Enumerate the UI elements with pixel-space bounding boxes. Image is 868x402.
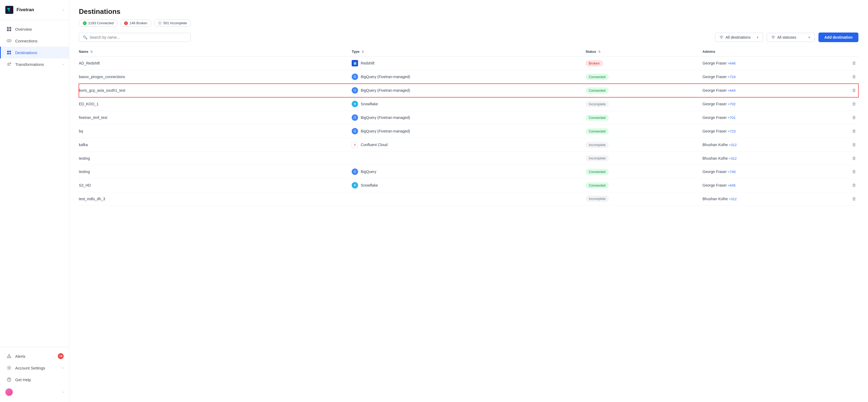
cell-type: G BigQuery (Fivetran-managed) — [352, 111, 586, 124]
table-row[interactable]: fivetran_timf_test G BigQuery (Fivetran-… — [79, 111, 859, 124]
badge-incomplete[interactable]: ✕ 501 Incomplete — [154, 20, 191, 27]
cell-status: Incomplete — [586, 97, 703, 111]
type-label: Snowflake — [361, 183, 378, 188]
cell-type: ▦ Redshift — [352, 57, 586, 70]
user-avatar — [5, 389, 13, 396]
sidebar-item-transformations[interactable]: Transformations › — [0, 58, 69, 70]
filter-destinations-label: All destinations — [725, 35, 750, 39]
connected-dot-icon: ✓ — [83, 21, 87, 25]
admin-count: +702 — [728, 102, 736, 106]
sidebar-item-connections[interactable]: Connections — [0, 35, 69, 47]
admin-name: Bhushan Kolhe — [703, 143, 729, 147]
sidebar-item-alerts[interactable]: Alerts 74 — [0, 350, 69, 362]
cell-action: 🗑 — [843, 84, 859, 97]
delete-icon[interactable]: 🗑 — [850, 182, 859, 189]
search-box[interactable]: 🔍 — [79, 33, 191, 42]
sort-status-icon[interactable]: ⇅ — [598, 50, 600, 53]
connected-label: 1193 Connected — [88, 21, 114, 25]
main-content: Destinations ✓ 1193 Connected ! 146 Brok… — [69, 0, 868, 402]
table-row[interactable]: testing Incomplete Bhushan Kolhe +312 🗑 — [79, 152, 859, 165]
delete-icon[interactable]: 🗑 — [850, 168, 859, 175]
svg-rect-1 — [7, 27, 9, 29]
admin-count: +644 — [728, 88, 736, 92]
status-badge: Connected — [586, 87, 609, 93]
cell-admins: George Fraser +646 — [703, 57, 843, 70]
filter-statuses-button[interactable]: All statuses ▾ — [767, 33, 815, 42]
table-row[interactable]: AD_Redshift ▦ Redshift Broken George Fra… — [79, 57, 859, 70]
cell-status: Connected — [586, 124, 703, 138]
cell-action: 🗑 — [843, 165, 859, 179]
type-icon: G — [352, 128, 358, 134]
admin-name: George Fraser — [703, 129, 728, 133]
svg-rect-7 — [7, 53, 9, 54]
delete-icon[interactable]: 🗑 — [850, 60, 859, 66]
delete-icon[interactable]: 🗑 — [850, 128, 859, 134]
admin-name: Bhushan Kolhe — [703, 156, 729, 161]
sidebar-item-label-account-settings: Account Settings — [15, 366, 63, 370]
sidebar-item-overview[interactable]: Overview — [0, 23, 69, 35]
cell-status: Incomplete — [586, 192, 703, 205]
delete-icon[interactable]: 🗑 — [850, 195, 859, 202]
table-row[interactable]: test_mdls_dh_3 Incomplete Bhushan Kolhe … — [79, 192, 859, 205]
table-row[interactable]: testing G BigQuery Connected George Fras… — [79, 165, 859, 179]
badge-connected[interactable]: ✓ 1193 Connected — [79, 20, 118, 27]
table-row[interactable]: kafka ≡ Confluent Cloud Incomplete Bhush… — [79, 138, 859, 152]
cell-type: ❄ Snowflake — [352, 97, 586, 111]
admin-count: +312 — [729, 156, 737, 161]
fivetran-logo-icon — [5, 6, 13, 14]
delete-icon[interactable]: 🗑 — [850, 87, 859, 93]
filter-destinations-button[interactable]: All destinations ▾ — [715, 33, 763, 42]
gear-icon — [6, 365, 12, 371]
table-row[interactable]: basov_pirogov_connections G BigQuery (Fi… — [79, 70, 859, 84]
svg-point-11 — [9, 381, 9, 381]
add-destination-button[interactable]: Add destination — [818, 32, 859, 42]
sidebar-item-account-settings[interactable]: Account Settings › — [0, 362, 69, 374]
admin-count: +740 — [728, 170, 736, 174]
cell-status: Connected — [586, 165, 703, 179]
transform-icon — [6, 61, 12, 67]
sidebar-user[interactable]: › — [0, 385, 69, 399]
table-row[interactable]: ED_KOO_1 ❄ Snowflake Incomplete George F… — [79, 97, 859, 111]
sidebar-item-destinations[interactable]: Destinations — [0, 47, 69, 58]
cell-type: G BigQuery — [352, 165, 586, 179]
cell-type: G BigQuery (Fivetran-managed) — [352, 124, 586, 138]
type-label: BigQuery (Fivetran-managed) — [361, 115, 410, 120]
cell-action: 🗑 — [843, 124, 859, 138]
delete-icon[interactable]: 🗑 — [850, 73, 859, 80]
cell-action: 🗑 — [843, 152, 859, 165]
status-badge: Incomplete — [586, 155, 609, 161]
delete-icon[interactable]: 🗑 — [850, 141, 859, 148]
cell-action: 🗑 — [843, 192, 859, 205]
table-row[interactable]: bq G BigQuery (Fivetran-managed) Connect… — [79, 124, 859, 138]
delete-icon[interactable]: 🗑 — [850, 114, 859, 121]
status-badge: Connected — [586, 169, 609, 175]
cell-status: Connected — [586, 84, 703, 97]
sidebar-item-get-help[interactable]: Get Help — [0, 374, 69, 385]
svg-rect-2 — [9, 27, 11, 29]
cell-name: AD_Redshift — [79, 57, 352, 70]
sort-name-icon[interactable]: ⇅ — [90, 50, 93, 53]
type-icon: ≡ — [352, 142, 358, 148]
table-body: AD_Redshift ▦ Redshift Broken George Fra… — [79, 57, 859, 205]
cell-admins: George Fraser +701 — [703, 111, 843, 124]
cell-name: testing — [79, 165, 352, 179]
badge-broken[interactable]: ! 146 Broken — [120, 20, 151, 27]
cell-status: Incomplete — [586, 152, 703, 165]
cell-admins: Bhushan Kolhe +312 — [703, 138, 843, 152]
sidebar-item-label-overview: Overview — [15, 27, 64, 31]
admin-name: George Fraser — [703, 183, 728, 188]
search-input[interactable] — [90, 35, 187, 39]
cell-name: ED_KOO_1 — [79, 97, 352, 111]
table-row[interactable]: S3_HD ❄ Snowflake Connected George Frase… — [79, 179, 859, 192]
table-row[interactable]: boris_gcp_asia_south1_test G BigQuery (F… — [79, 84, 859, 97]
broken-label: 146 Broken — [129, 21, 147, 25]
cell-admins: George Fraser +724 — [703, 70, 843, 84]
help-icon — [6, 377, 12, 382]
status-badge: Connected — [586, 182, 609, 189]
type-label: Redshift — [361, 61, 374, 65]
sort-type-icon[interactable]: ⇅ — [362, 50, 364, 53]
sidebar-logo[interactable]: Fivetran › — [0, 0, 69, 20]
delete-icon[interactable]: 🗑 — [850, 155, 859, 162]
delete-icon[interactable]: 🗑 — [850, 100, 859, 107]
cell-type: G BigQuery (Fivetran-managed) — [352, 70, 586, 84]
